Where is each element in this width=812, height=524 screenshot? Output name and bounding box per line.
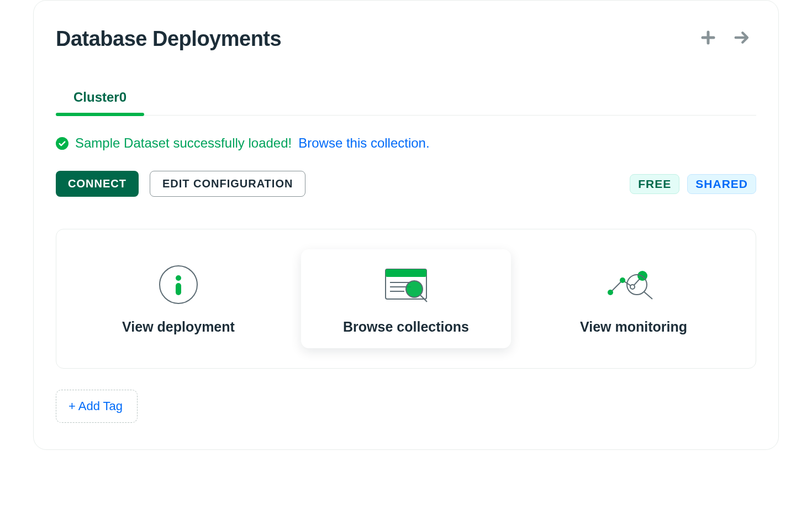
plan-badges: FREE SHARED xyxy=(630,174,756,194)
button-group: CONNECT EDIT CONFIGURATION xyxy=(56,171,305,197)
arrow-right-icon xyxy=(732,29,752,46)
svg-line-19 xyxy=(644,292,652,299)
page-title: Database Deployments xyxy=(56,27,281,51)
svg-rect-8 xyxy=(386,269,426,277)
go-button[interactable] xyxy=(732,29,752,46)
tab-cluster0[interactable]: Cluster0 xyxy=(56,90,144,115)
deployments-panel: Database Deployments Cluster0 Sample Dat… xyxy=(33,0,779,450)
controls-row: CONNECT EDIT CONFIGURATION FREE SHARED xyxy=(56,171,756,197)
svg-point-5 xyxy=(176,275,181,281)
free-badge: FREE xyxy=(630,174,679,194)
connect-button[interactable]: CONNECT xyxy=(56,171,139,197)
svg-point-14 xyxy=(608,290,613,295)
check-circle-icon xyxy=(56,137,68,150)
svg-rect-6 xyxy=(176,283,181,295)
view-deployment-card[interactable]: View deployment xyxy=(73,249,283,348)
browse-collection-link[interactable]: Browse this collection. xyxy=(298,135,429,151)
monitoring-icon xyxy=(534,265,733,305)
header-row: Database Deployments xyxy=(56,27,756,51)
svg-point-15 xyxy=(620,277,625,283)
card-label: View deployment xyxy=(79,319,278,335)
action-cards: View deployment Browse collections xyxy=(56,229,756,369)
cluster-tabs: Cluster0 xyxy=(56,90,756,116)
plus-icon xyxy=(700,29,716,46)
view-monitoring-card[interactable]: View monitoring xyxy=(529,249,739,348)
status-banner: Sample Dataset successfully loaded! Brow… xyxy=(56,135,756,151)
shared-badge: SHARED xyxy=(687,174,756,194)
banner-message: Sample Dataset successfully loaded! xyxy=(75,135,292,151)
svg-point-12 xyxy=(406,281,423,297)
create-deployment-button[interactable] xyxy=(700,29,716,46)
card-label: Browse collections xyxy=(307,319,505,335)
browse-collections-card[interactable]: Browse collections xyxy=(301,249,511,348)
collections-icon xyxy=(307,265,505,305)
svg-point-16 xyxy=(630,285,635,289)
card-label: View monitoring xyxy=(534,319,733,335)
header-actions xyxy=(700,27,756,46)
edit-configuration-button[interactable]: EDIT CONFIGURATION xyxy=(150,171,306,197)
tab-label: Cluster0 xyxy=(73,90,126,104)
add-tag-button[interactable]: + Add Tag xyxy=(56,390,138,423)
svg-point-3 xyxy=(56,137,68,150)
info-icon xyxy=(79,265,278,305)
